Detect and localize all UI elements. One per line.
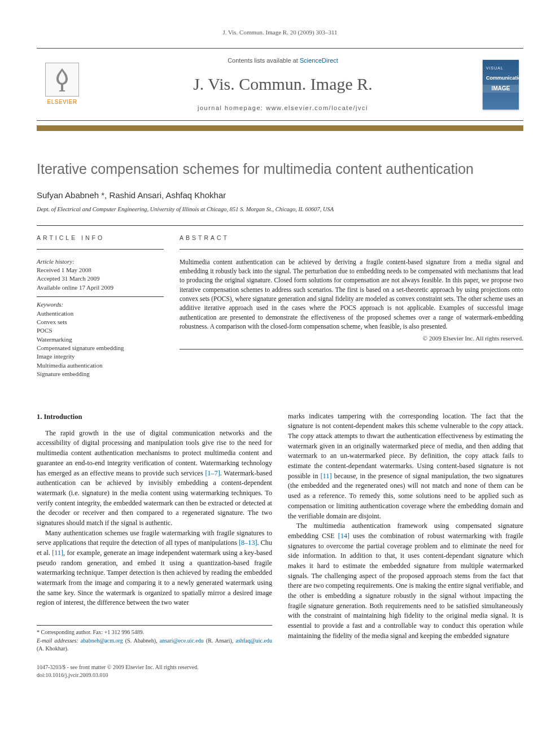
doi-line: doi:10.1016/j.jvcir.2009.03.010 [37, 671, 523, 679]
keyword-item: Convex sets [37, 318, 164, 326]
footnotes: * Corresponding author. Fax: +1 312 996 … [37, 625, 272, 653]
body-column-right: marks indicates tampering with the corre… [288, 412, 523, 653]
abstract-heading: abstract [180, 234, 523, 242]
homepage-prefix: journal homepage: [198, 104, 266, 111]
citation-link[interactable]: [11] [321, 472, 332, 480]
article-body: 1. Introduction The rapid growth in the … [37, 412, 523, 653]
keywords-list: AuthenticationConvex setsPOCSWatermarkin… [37, 309, 164, 379]
article-title: Iterative compensation schemes for multi… [37, 159, 523, 179]
sciencedirect-link[interactable]: ScienceDirect [300, 57, 338, 64]
text-run: . Watermark-based authentication can be … [37, 469, 272, 527]
keyword-item: Signature embedding [37, 370, 164, 378]
paragraph: Many authentication schemes use fragile … [37, 528, 272, 609]
corresponding-author-note: * Corresponding author. Fax: +1 312 996 … [37, 628, 272, 637]
emphasis: copy [490, 422, 503, 430]
running-head: J. Vis. Commun. Image R. 20 (2009) 303–3… [37, 28, 523, 37]
keywords-label: Keywords: [37, 300, 164, 309]
paragraph: marks indicates tampering with the corre… [288, 412, 523, 522]
journal-masthead: ELSEVIER Contents lists available at Sci… [37, 48, 523, 121]
citation-link[interactable]: [14] [338, 532, 349, 540]
elsevier-tree-icon [45, 63, 79, 97]
keyword-item: Authentication [37, 309, 164, 318]
divider [180, 249, 523, 250]
body-column-left: 1. Introduction The rapid growth in the … [37, 412, 272, 653]
abstract-copyright: © 2009 Elsevier Inc. All rights reserved… [180, 334, 523, 343]
issn-line: 1047-3203/$ - see front matter © 2009 El… [37, 663, 523, 671]
section-heading-1: 1. Introduction [37, 412, 272, 422]
email-link[interactable]: ansari@ece.uic.edu [160, 637, 204, 644]
text-run: attack. The copy attack attempts to thwa… [288, 422, 523, 479]
email-link[interactable]: ashfaq@uic.edu [236, 637, 272, 644]
article-history: Article history: Received 1 May 2008 Acc… [37, 257, 164, 379]
paragraph: The multimedia authentication framework … [288, 521, 523, 641]
homepage-url: www.elsevier.com/locate/jvci [266, 104, 368, 111]
author-list: Sufyan Ababneh *, Rashid Ansari, Ashfaq … [37, 189, 523, 201]
accent-bar [37, 125, 523, 131]
cover-line-2: Communication [486, 75, 524, 82]
cover-line-1: VISUAL [486, 65, 504, 71]
paragraph: The rapid growth in the use of digital c… [37, 429, 272, 528]
abstract-text: Multimedia content authentication can be… [180, 257, 523, 331]
keyword-item: Compensated signature embedding [37, 344, 164, 352]
divider [37, 225, 523, 226]
affiliation: Dept. of Electrical and Computer Enginee… [37, 206, 523, 214]
front-matter-footer: 1047-3203/$ - see front matter © 2009 El… [37, 663, 523, 679]
text-run: marks indicates tampering with the corre… [288, 412, 523, 430]
divider [180, 349, 523, 350]
contents-prefix: Contents lists available at [228, 57, 300, 64]
history-accepted: Accepted 31 March 2009 [37, 274, 164, 283]
text-run: , for example, generate an image indepen… [37, 549, 272, 606]
contents-available-line: Contents lists available at ScienceDirec… [228, 56, 338, 65]
journal-homepage-line: journal homepage: www.elsevier.com/locat… [198, 104, 368, 112]
citation-link[interactable]: [8–13] [239, 539, 257, 547]
history-online: Available online 17 April 2009 [37, 283, 164, 292]
history-label: Article history: [37, 257, 164, 266]
text-run: uses the combination of robust watermark… [288, 532, 523, 640]
journal-title: J. Vis. Commun. Image R. [193, 72, 373, 96]
history-received: Received 1 May 2008 [37, 266, 164, 274]
email-addresses: E-mail addresses: ababneh@acm.org (S. Ab… [37, 637, 272, 653]
divider [37, 249, 164, 250]
journal-cover-thumb: VISUAL Communication IMAGE [478, 49, 523, 120]
email-link[interactable]: ababneh@acm.org [81, 637, 123, 644]
article-info-heading: article info [37, 234, 164, 242]
email-label: E-mail addresses: [37, 637, 78, 644]
keyword-item: Multimedia authentication [37, 361, 164, 370]
text-run: (S. Ababneh), [123, 637, 160, 644]
citation-link[interactable]: [1–7] [205, 469, 220, 477]
text-run: (A. Khokhar). [37, 645, 68, 652]
text-run: Many authentication schemes use fragile … [37, 529, 272, 547]
keyword-item: POCS [37, 326, 164, 335]
publisher-logo-block: ELSEVIER [37, 49, 88, 120]
citation-link[interactable]: [11] [52, 549, 63, 557]
text-run: (R. Ansari), [204, 637, 236, 644]
elsevier-label: ELSEVIER [47, 98, 77, 106]
keyword-item: Watermarking [37, 335, 164, 344]
cover-band-text: IMAGE [492, 85, 510, 93]
keyword-item: Image integrity [37, 352, 164, 361]
